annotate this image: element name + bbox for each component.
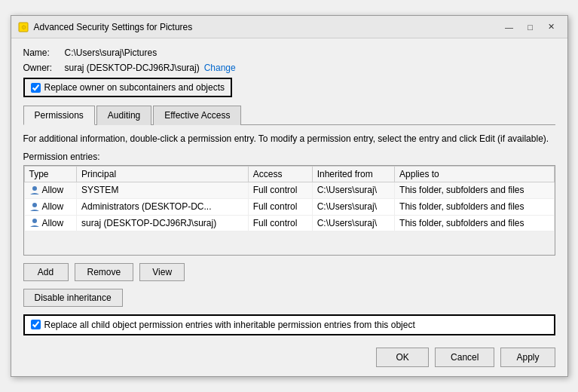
permissions-table: Type Principal Access Inherited from App… — [24, 166, 555, 231]
tab-permissions[interactable]: Permissions — [23, 106, 95, 125]
cell-applies: This folder, subfolders and files — [395, 215, 554, 231]
permission-entries-label: Permission entries: — [23, 152, 555, 162]
replace-child-checkbox-row[interactable]: Replace all child object permission entr… — [23, 314, 555, 335]
view-button[interactable]: View — [139, 263, 185, 281]
owner-label: Owner: — [23, 63, 65, 73]
action-buttons: Add Remove View — [23, 263, 555, 281]
tab-auditing[interactable]: Auditing — [96, 106, 151, 125]
table-row[interactable]: Allow suraj (DESKTOP-DCJ96RJ\suraj) Full… — [24, 215, 554, 231]
cell-principal: SYSTEM — [77, 182, 249, 198]
col-applies: Applies to — [395, 166, 554, 182]
replace-owner-label: Replace owner on subcontainers and objec… — [44, 82, 225, 93]
main-window: ⚙ Advanced Security Settings for Picture… — [11, 15, 568, 377]
titlebar: ⚙ Advanced Security Settings for Picture… — [11, 16, 567, 38]
cell-type: Allow — [24, 215, 77, 231]
cancel-button[interactable]: Cancel — [435, 348, 494, 367]
col-principal: Principal — [77, 166, 249, 182]
table-header-row: Type Principal Access Inherited from App… — [24, 166, 554, 182]
titlebar-controls: — □ ✕ — [500, 20, 561, 34]
dialog-buttons: OK Cancel Apply — [23, 345, 555, 367]
owner-row: Owner: suraj (DESKTOP-DCJ96RJ\suraj) Cha… — [23, 63, 555, 73]
tab-effective-access[interactable]: Effective Access — [153, 106, 241, 125]
cell-applies: This folder, subfolders and files — [395, 182, 554, 198]
cell-principal: suraj (DESKTOP-DCJ96RJ\suraj) — [77, 215, 249, 231]
cell-applies: This folder, subfolders and files — [395, 198, 554, 215]
col-access: Access — [248, 166, 312, 182]
cell-inherited: C:\Users\suraj\ — [312, 182, 394, 198]
tab-bar: Permissions Auditing Effective Access — [23, 105, 555, 125]
svg-point-3 — [32, 203, 37, 207]
cell-access: Full control — [248, 215, 312, 231]
table-row[interactable]: Allow SYSTEM Full control C:\Users\suraj… — [24, 182, 554, 198]
name-row: Name: C:\Users\suraj\Pictures — [23, 47, 555, 58]
name-value: C:\Users\suraj\Pictures — [65, 47, 157, 58]
titlebar-left: ⚙ Advanced Security Settings for Picture… — [17, 21, 193, 33]
disable-inheritance-button[interactable]: Disable inheritance — [23, 289, 123, 307]
svg-text:⚙: ⚙ — [20, 24, 26, 31]
owner-value: suraj (DESKTOP-DCJ96RJ\suraj) — [65, 63, 200, 73]
change-link[interactable]: Change — [204, 63, 236, 73]
cell-access: Full control — [248, 198, 312, 215]
cell-inherited: C:\Users\suraj\ — [312, 215, 394, 231]
dialog-content: Name: C:\Users\suraj\Pictures Owner: sur… — [11, 38, 567, 376]
cell-type: Allow — [24, 182, 77, 198]
cell-access: Full control — [248, 182, 312, 198]
cell-type: Allow — [24, 198, 77, 215]
svg-point-2 — [32, 186, 37, 191]
permissions-table-container[interactable]: Type Principal Access Inherited from App… — [23, 165, 555, 256]
replace-owner-checkbox-row[interactable]: Replace owner on subcontainers and objec… — [23, 78, 232, 97]
apply-button[interactable]: Apply — [500, 348, 555, 367]
col-type: Type — [24, 166, 77, 182]
replace-owner-checkbox[interactable] — [31, 83, 41, 93]
remove-button[interactable]: Remove — [75, 263, 134, 281]
maximize-button[interactable]: □ — [521, 20, 540, 34]
window-title: Advanced Security Settings for Pictures — [34, 22, 193, 32]
cell-principal: Administrators (DESKTOP-DC... — [77, 198, 249, 215]
info-text: For additional information, double-click… — [23, 133, 555, 145]
svg-point-4 — [32, 219, 37, 223]
close-button[interactable]: ✕ — [542, 20, 561, 34]
window-icon: ⚙ — [17, 21, 29, 33]
cell-inherited: C:\Users\suraj\ — [312, 198, 394, 215]
minimize-button[interactable]: — — [500, 20, 519, 34]
replace-child-checkbox[interactable] — [31, 320, 41, 329]
replace-child-label: Replace all child object permission entr… — [44, 320, 415, 330]
ok-button[interactable]: OK — [376, 348, 429, 367]
name-label: Name: — [23, 47, 65, 58]
table-row[interactable]: Allow Administrators (DESKTOP-DC... Full… — [24, 198, 554, 215]
col-inherited: Inherited from — [312, 166, 394, 182]
add-button[interactable]: Add — [23, 263, 69, 281]
